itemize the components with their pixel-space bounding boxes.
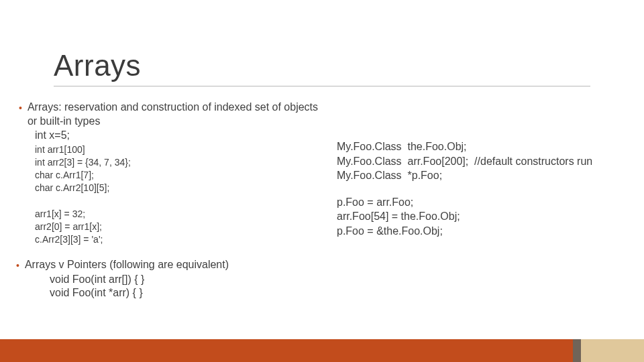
code-line: void Foo(int *arr) { } xyxy=(19,286,327,300)
code-block-class-assigns: p.Foo = arr.Foo; arr.Foo[54] = the.Foo.O… xyxy=(337,195,625,239)
code-line: char c.Arr2[10][5]; xyxy=(35,182,327,194)
bullet-icon: • xyxy=(16,258,19,273)
code-line: void Foo(int arr[]) { } xyxy=(19,273,327,287)
spacer xyxy=(19,246,327,258)
code-block-assignments: arr1[x] = 32; arr2[0] = arr1[x]; c.Arr2[… xyxy=(19,206,327,246)
code-line: p.Foo = &the.Foo.Obj; xyxy=(337,224,625,239)
bullet-text: Arrays: reservation and construction of … xyxy=(28,101,327,129)
spacer xyxy=(19,194,327,206)
code-line: arr2[0] = arr1[x]; xyxy=(35,221,327,233)
title-area: Arrays xyxy=(54,50,590,86)
code-line: int arr1[100] xyxy=(35,143,327,156)
bullet-item: • Arrays v Pointers (following are equiv… xyxy=(16,258,327,273)
code-line: char c.Arr1[7]; xyxy=(35,169,327,182)
left-column: • Arrays: reservation and construction o… xyxy=(19,101,327,300)
code-line: int x=5; xyxy=(19,129,327,143)
code-line: arr1[x] = 32; xyxy=(35,208,327,221)
bullet-prefix: Arrays: xyxy=(28,101,64,113)
slide-title: Arrays xyxy=(54,50,590,82)
code-line: My.Foo.Class the.Foo.Obj; xyxy=(337,139,625,154)
spacer xyxy=(337,183,625,195)
code-line: arr.Foo[54] = the.Foo.Obj; xyxy=(337,209,625,224)
right-column: My.Foo.Class the.Foo.Obj; My.Foo.Class a… xyxy=(337,139,625,239)
code-line: int arr2[3] = {34, 7, 34}; xyxy=(35,156,327,169)
bullet-text: Arrays v Pointers (following are equival… xyxy=(25,258,327,272)
code-line: p.Foo = arr.Foo; xyxy=(337,195,625,210)
slide: Arrays • Arrays: reservation and constru… xyxy=(0,0,644,362)
code-block-class-decls: My.Foo.Class the.Foo.Obj; My.Foo.Class a… xyxy=(337,139,625,183)
footer-orange-bar xyxy=(0,339,573,362)
code-line: My.Foo.Class arr.Foo[200]; //default con… xyxy=(337,154,625,169)
footer-accent-band xyxy=(0,339,644,362)
footer-tan-bar xyxy=(581,339,644,362)
bullet-rest: reservation and construction of indexed … xyxy=(28,101,318,127)
bullet-item: • Arrays: reservation and construction o… xyxy=(19,101,327,129)
footer-grey-bar xyxy=(573,339,581,362)
bullet-icon: • xyxy=(19,101,22,115)
code-line: My.Foo.Class *p.Foo; xyxy=(337,168,625,183)
code-block-declarations: int arr1[100] int arr2[3] = {34, 7, 34};… xyxy=(19,142,327,194)
title-underline xyxy=(54,86,590,86)
code-line: c.Arr2[3][3] = 'a'; xyxy=(35,233,327,246)
